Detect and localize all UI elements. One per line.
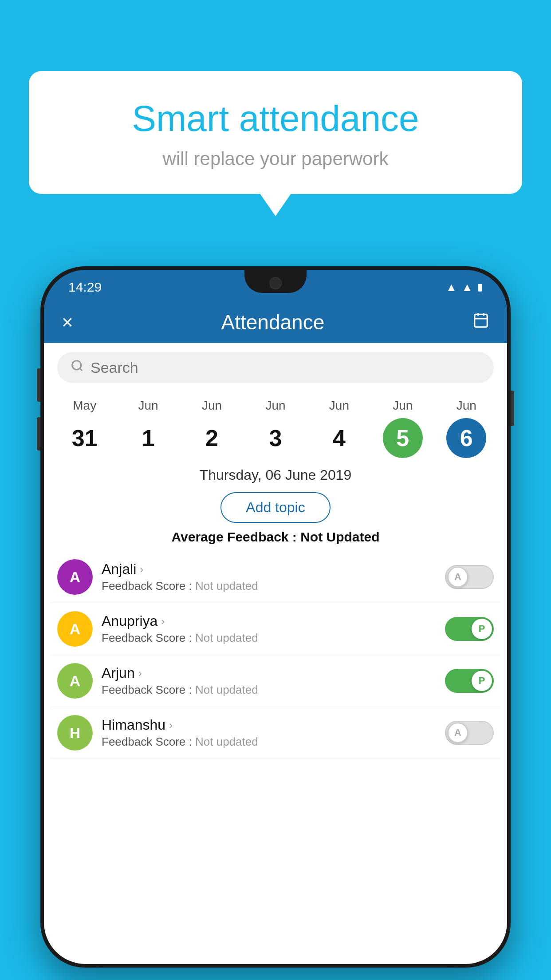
avatar: H <box>57 715 93 751</box>
cal-month-label: Jun <box>329 399 349 413</box>
status-time: 14:29 <box>68 280 102 295</box>
chevron-icon: › <box>138 667 142 680</box>
cal-date-label: 2 <box>192 418 232 458</box>
calendar-day[interactable]: Jun 5 <box>376 399 429 458</box>
cal-month-label: Jun <box>202 399 222 413</box>
toggle-knob: P <box>472 671 492 691</box>
avatar: A <box>57 663 93 699</box>
student-item[interactable]: A Anupriya › Feedback Score : Not update… <box>51 603 500 655</box>
cal-month-label: May <box>73 399 96 413</box>
student-name: Anupriya › <box>102 613 436 629</box>
toggle-knob: A <box>448 567 468 587</box>
cal-month-label: Jun <box>457 399 476 413</box>
app-title: Attendance <box>221 310 324 334</box>
feedback-score: Feedback Score : Not updated <box>102 631 436 645</box>
student-item[interactable]: A Anjali › Feedback Score : Not updated … <box>51 551 500 603</box>
avg-feedback: Average Feedback : Not Updated <box>44 530 507 545</box>
search-icon <box>71 359 84 376</box>
attendance-toggle[interactable]: P <box>445 669 494 693</box>
app-bar: × Attendance <box>44 301 507 343</box>
search-bar[interactable] <box>57 352 494 383</box>
calendar-day[interactable]: Jun 3 <box>249 399 302 458</box>
feedback-score: Feedback Score : Not updated <box>102 735 436 749</box>
selected-date: Thursday, 06 June 2019 <box>44 458 507 488</box>
camera <box>269 277 282 289</box>
speech-bubble-title: Smart attendance <box>51 98 500 139</box>
svg-line-5 <box>80 368 82 371</box>
cal-date-label: 3 <box>256 418 295 458</box>
wifi-icon: ▲ <box>446 281 457 294</box>
cal-month-label: Jun <box>265 399 285 413</box>
feedback-score: Feedback Score : Not updated <box>102 579 436 593</box>
toggle-knob: A <box>448 723 468 743</box>
signal-icon: ▲ <box>461 281 473 294</box>
calendar-day[interactable]: Jun 2 <box>185 399 239 458</box>
student-list: A Anjali › Feedback Score : Not updated … <box>44 551 507 759</box>
close-button[interactable]: × <box>62 311 73 333</box>
student-item[interactable]: A Arjun › Feedback Score : Not updated P <box>51 655 500 707</box>
toggle-switch[interactable]: A <box>445 721 494 745</box>
battery-icon: ▮ <box>477 281 483 293</box>
student-info: Anjali › Feedback Score : Not updated <box>102 561 436 593</box>
calendar-day[interactable]: Jun 4 <box>312 399 366 458</box>
toggle-knob: P <box>472 619 492 639</box>
chevron-icon: › <box>161 615 165 628</box>
svg-rect-0 <box>475 314 488 327</box>
cal-month-label: Jun <box>393 399 413 413</box>
student-item[interactable]: H Himanshu › Feedback Score : Not update… <box>51 707 500 759</box>
attendance-toggle[interactable]: P <box>445 617 494 641</box>
calendar-strip: May 31 Jun 1 Jun 2 Jun 3 Jun 4 Jun 5 Jun… <box>44 392 507 458</box>
toggle-switch[interactable]: P <box>445 617 494 641</box>
student-info: Arjun › Feedback Score : Not updated <box>102 665 436 697</box>
screen-content: May 31 Jun 1 Jun 2 Jun 3 Jun 4 Jun 5 Jun… <box>44 343 507 964</box>
avg-feedback-label: Average Feedback : <box>171 530 296 544</box>
student-info: Himanshu › Feedback Score : Not updated <box>102 717 436 749</box>
add-topic-button[interactable]: Add topic <box>220 492 330 523</box>
phone-container: 14:29 ▲ ▲ ▮ × Attendance <box>40 266 511 968</box>
feedback-label: Feedback Score : <box>102 683 192 696</box>
student-info: Anupriya › Feedback Score : Not updated <box>102 613 436 645</box>
phone-notch <box>244 270 307 293</box>
calendar-day[interactable]: Jun 6 <box>440 399 493 458</box>
student-name: Anjali › <box>102 561 436 577</box>
chevron-icon: › <box>140 563 143 576</box>
feedback-label: Feedback Score : <box>102 735 192 748</box>
cal-date-label: 5 <box>383 418 423 458</box>
toggle-switch[interactable]: P <box>445 669 494 693</box>
status-icons: ▲ ▲ ▮ <box>446 281 483 294</box>
attendance-toggle[interactable]: A <box>445 721 494 745</box>
avg-feedback-value: Not Updated <box>300 530 379 544</box>
student-name: Arjun › <box>102 665 436 681</box>
calendar-icon[interactable] <box>472 312 489 332</box>
vol-down-button <box>37 417 40 450</box>
avatar: A <box>57 611 93 647</box>
attendance-toggle[interactable]: A <box>445 565 494 589</box>
search-input[interactable] <box>91 359 480 376</box>
phone-screen: 14:29 ▲ ▲ ▮ × Attendance <box>44 270 507 964</box>
feedback-score: Feedback Score : Not updated <box>102 683 436 697</box>
chevron-icon: › <box>169 719 173 731</box>
feedback-label: Feedback Score : <box>102 631 192 644</box>
power-button <box>511 391 514 426</box>
cal-date-label: 6 <box>446 418 486 458</box>
speech-bubble: Smart attendance will replace your paper… <box>29 71 522 194</box>
avatar: A <box>57 559 93 595</box>
speech-bubble-subtitle: will replace your paperwork <box>51 148 500 170</box>
calendar-day[interactable]: Jun 1 <box>122 399 175 458</box>
calendar-day[interactable]: May 31 <box>58 399 111 458</box>
cal-date-label: 4 <box>319 418 359 458</box>
phone-outer: 14:29 ▲ ▲ ▮ × Attendance <box>40 266 511 968</box>
feedback-label: Feedback Score : <box>102 579 192 593</box>
cal-date-label: 1 <box>128 418 168 458</box>
student-name: Himanshu › <box>102 717 436 733</box>
svg-point-4 <box>72 361 81 370</box>
cal-month-label: Jun <box>138 399 158 413</box>
cal-date-label: 31 <box>65 418 105 458</box>
speech-bubble-container: Smart attendance will replace your paper… <box>29 71 522 194</box>
toggle-switch[interactable]: A <box>445 565 494 589</box>
vol-up-button <box>37 368 40 402</box>
